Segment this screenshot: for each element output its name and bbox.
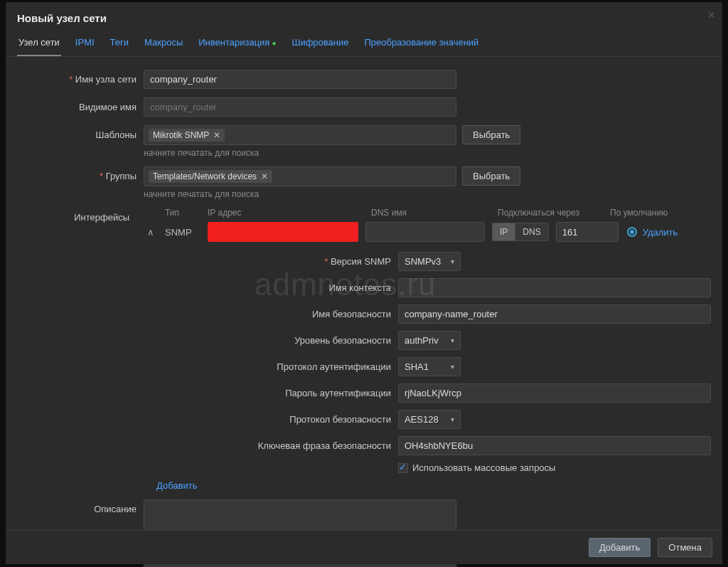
tab-tags[interactable]: Теги (109, 31, 130, 56)
groups-hint: начните печатать для поиска (144, 189, 456, 199)
label-templates: Шаблоны (17, 125, 144, 140)
label-secname: Имя безопасности (178, 309, 398, 319)
hostname-input[interactable] (144, 70, 456, 89)
iface-delete-link[interactable]: Удалить (643, 227, 678, 238)
tab-host[interactable]: Узел сети (17, 31, 61, 56)
tab-valuemap[interactable]: Преобразование значений (363, 31, 480, 56)
label-hostname: Имя узла сети (17, 70, 144, 85)
groups-select-button[interactable]: Выбрать (462, 166, 520, 186)
authproto-select[interactable]: SHA1▾ (398, 357, 461, 376)
label-context: Имя контекста (178, 282, 398, 293)
seg-dns[interactable]: DNS (515, 223, 548, 241)
template-chip: Mikrotik SNMP ✕ (149, 129, 225, 142)
label-seclevel: Уровень безопасности (178, 335, 398, 346)
groups-input[interactable]: Templates/Network devices ✕ (144, 166, 456, 186)
dialog-title: Новый узел сети (6, 2, 722, 31)
label-visiblename: Видимое имя (17, 97, 144, 112)
caret-down-icon: ▾ (451, 337, 454, 344)
templates-select-button[interactable]: Выбрать (462, 125, 520, 144)
authpass-input[interactable] (398, 383, 711, 403)
label-groups: Группы (17, 166, 144, 181)
caret-down-icon: ▾ (451, 363, 454, 371)
tabs: Узел сети IPMI Теги Макросы Инвентаризац… (6, 31, 722, 57)
label-description: Описание (17, 499, 144, 514)
label-snmp-version: Версия SNMP (178, 256, 398, 267)
label-interfaces: Интерфейсы (17, 208, 136, 223)
seclevel-select[interactable]: authPriv▾ (398, 331, 461, 350)
close-icon[interactable]: × (707, 8, 715, 23)
label-privpass: Ключевая фраза безопасности (178, 440, 398, 451)
chip-remove-icon[interactable]: ✕ (213, 130, 220, 140)
tab-encryption[interactable]: Шифрование (290, 31, 350, 56)
default-radio[interactable] (627, 227, 637, 237)
visiblename-input[interactable] (144, 97, 456, 117)
connect-via-toggle: IP DNS (492, 223, 549, 241)
snmp-version-select[interactable]: SNMPv3▾ (398, 252, 461, 271)
iface-type: SNMP (165, 227, 208, 238)
iface-ip-input[interactable] (208, 222, 358, 242)
snmp-panel: Версия SNMP SNMPv3▾ Имя контекста Имя бе… (178, 252, 711, 473)
iface-add-link[interactable]: Добавить (156, 480, 197, 491)
dot-icon: ● (272, 39, 276, 47)
chevron-up-icon[interactable]: ∧ (136, 227, 165, 238)
form: Имя узла сети Видимое имя Шаблоны Mikrot… (6, 70, 722, 567)
iface-port-input[interactable] (556, 222, 619, 242)
privproto-select[interactable]: AES128▾ (398, 410, 461, 429)
iface-dns-input[interactable] (365, 222, 485, 242)
seg-ip[interactable]: IP (492, 223, 515, 241)
tab-macros[interactable]: Макросы (143, 31, 184, 56)
privpass-input[interactable] (398, 436, 711, 455)
label-privproto: Протокол безопасности (178, 414, 398, 425)
host-dialog: × Новый узел сети Узел сети IPMI Теги Ма… (6, 2, 722, 564)
label-authproto: Протокол аутентификации (178, 361, 398, 372)
tab-ipmi[interactable]: IPMI (74, 31, 96, 56)
add-button[interactable]: Добавить (589, 538, 651, 557)
templates-hint: начните печатать для поиска (144, 148, 456, 158)
group-chip: Templates/Network devices ✕ (149, 170, 272, 183)
templates-input[interactable]: Mikrotik SNMP ✕ (144, 125, 456, 145)
cancel-button[interactable]: Отмена (658, 538, 712, 557)
bulk-checkbox[interactable] (398, 463, 408, 473)
label-authpass: Пароль аутентификации (178, 388, 398, 398)
chip-remove-icon[interactable]: ✕ (261, 171, 268, 181)
secname-input[interactable] (398, 304, 711, 324)
dialog-footer: Добавить Отмена (6, 530, 722, 564)
iface-header: Тип IP адрес DNS имя Подключаться через … (136, 208, 711, 218)
iface-row: ∧ SNMP IP DNS Удалить (136, 222, 711, 242)
caret-down-icon: ▾ (451, 258, 454, 265)
caret-down-icon: ▾ (451, 415, 454, 423)
tab-inventory[interactable]: Инвентаризация● (197, 31, 277, 56)
label-bulk: Использовать массовые запросы (412, 462, 555, 473)
context-input[interactable] (398, 278, 711, 297)
